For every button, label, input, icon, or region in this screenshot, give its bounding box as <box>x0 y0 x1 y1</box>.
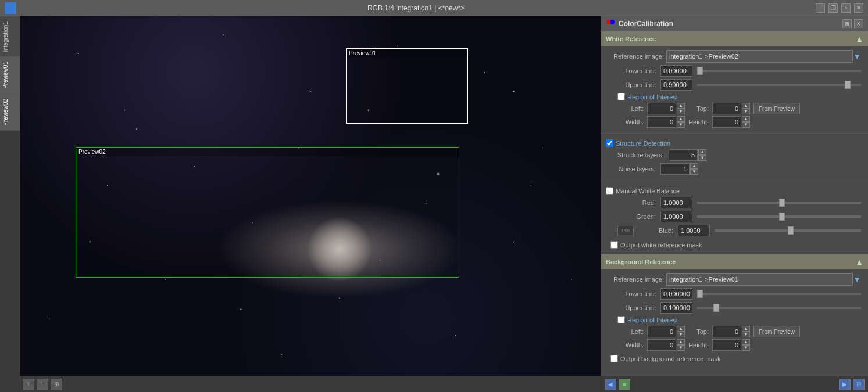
br-height-input[interactable] <box>712 339 741 351</box>
br-left-up[interactable]: ▲ <box>677 326 685 332</box>
wr-roi-checkbox[interactable] <box>617 93 625 100</box>
fit-button[interactable]: ⊞ <box>51 379 62 390</box>
wr-width-input[interactable] <box>647 116 676 128</box>
wr-roi-row: Region of Interest <box>606 93 863 100</box>
wr-width-up[interactable]: ▲ <box>677 116 685 122</box>
wr-left-up[interactable]: ▲ <box>677 103 685 109</box>
sd-noise-down[interactable]: ▼ <box>690 169 698 175</box>
mwb-green-slider[interactable] <box>697 215 861 218</box>
br-width-input[interactable] <box>647 339 676 351</box>
wr-top-input[interactable] <box>712 103 741 114</box>
br-width-spinner[interactable]: ▲ ▼ <box>647 339 685 351</box>
wr-left-input[interactable] <box>647 103 676 114</box>
background-reference-header[interactable]: Background Reference ▲ <box>601 254 868 269</box>
close-button[interactable]: ✕ <box>854 3 863 13</box>
background-reference-collapse[interactable]: ▲ <box>855 257 863 267</box>
br-output-mask-checkbox[interactable] <box>610 355 618 362</box>
wr-left-label: Left: <box>623 105 644 112</box>
sd-layers-down[interactable]: ▼ <box>698 155 706 161</box>
mwb-blue-slider[interactable] <box>715 229 861 232</box>
br-ref-img-dropdown[interactable]: ▼ <box>853 275 861 284</box>
mwb-red-slider[interactable] <box>697 202 861 204</box>
cc-bottom-right: ▶ ⊞ <box>839 379 865 390</box>
wr-upper-limit-slider[interactable] <box>697 84 861 86</box>
sidebar-tab-integration1[interactable]: integration1 <box>0 16 20 56</box>
br-upper-limit-slider[interactable] <box>697 307 861 309</box>
br-lower-limit-slider[interactable] <box>697 293 861 295</box>
wr-top-spinner[interactable]: ▲ ▼ <box>712 103 750 114</box>
color-calibration-panel: ColorCalibration ⊠ ✕ White Reference ▲ R… <box>601 16 868 392</box>
sd-layers-up[interactable]: ▲ <box>698 149 706 155</box>
br-roi-label[interactable]: Region of Interest <box>627 317 678 323</box>
image-viewer[interactable]: Preview01 Preview02 + − ⊞ <box>20 16 601 392</box>
preview02-box[interactable]: Preview02 <box>76 147 459 278</box>
background-reference-title: Background Reference <box>606 258 676 265</box>
cc-detach-button[interactable]: ⊠ <box>842 19 852 28</box>
mwb-blue-input[interactable] <box>678 225 710 236</box>
wr-top-down[interactable]: ▼ <box>742 109 750 114</box>
wr-height-spinner[interactable]: ▲ ▼ <box>712 116 750 128</box>
br-from-preview-button[interactable]: From Preview <box>753 326 800 337</box>
preview01-box[interactable]: Preview01 <box>346 48 468 124</box>
mwb-label[interactable]: Manual White Balance <box>616 188 680 195</box>
mwb-red-input[interactable] <box>660 197 692 208</box>
wr-width-down[interactable]: ▼ <box>677 122 685 128</box>
cc-bottom-left: ◀ ■ <box>605 379 630 390</box>
br-height-spinner[interactable]: ▲ ▼ <box>712 339 750 351</box>
cc-close-button[interactable]: ✕ <box>854 19 863 28</box>
br-top-spinner[interactable]: ▲ ▼ <box>712 326 750 337</box>
wr-roi-label[interactable]: Region of Interest <box>627 93 678 100</box>
wr-output-mask-checkbox[interactable] <box>610 241 618 249</box>
cc-bottom-right-btn2[interactable]: ⊞ <box>853 379 865 390</box>
sd-layers-spinner[interactable]: ▲ ▼ <box>669 149 706 161</box>
cc-bottom-left-btn1[interactable]: ◀ <box>605 379 616 390</box>
zoom-out-button[interactable]: − <box>37 379 48 390</box>
br-top-up[interactable]: ▲ <box>742 326 750 332</box>
mwb-checkbox[interactable] <box>606 187 613 195</box>
sd-layers-input[interactable] <box>669 149 698 161</box>
white-reference-header[interactable]: White Reference ▲ <box>601 31 868 46</box>
br-lower-limit-input[interactable] <box>660 288 692 300</box>
maximize-button[interactable]: + <box>841 3 851 13</box>
wr-upper-limit-input[interactable] <box>660 79 692 91</box>
wr-width-spinner[interactable]: ▲ ▼ <box>647 116 685 128</box>
br-width-down[interactable]: ▼ <box>677 345 685 351</box>
sd-checkbox[interactable] <box>606 139 613 147</box>
sd-label[interactable]: Structure Detection <box>616 140 670 147</box>
wr-height-down[interactable]: ▼ <box>742 122 750 128</box>
wr-top-up[interactable]: ▲ <box>742 103 750 109</box>
wr-lower-limit-input[interactable] <box>660 65 692 77</box>
sd-noise-up[interactable]: ▲ <box>690 163 698 169</box>
cc-bottom-right-btn1[interactable]: ▶ <box>839 379 851 390</box>
sidebar-tab-preview02[interactable]: Preview02 <box>0 93 20 131</box>
zoom-in-button[interactable]: + <box>23 379 34 390</box>
wr-lower-limit-slider[interactable] <box>697 70 861 72</box>
br-left-spinner[interactable]: ▲ ▼ <box>647 326 685 337</box>
white-reference-collapse[interactable]: ▲ <box>855 34 863 44</box>
br-width-up[interactable]: ▲ <box>677 339 685 345</box>
wr-height-input[interactable] <box>712 116 741 128</box>
wr-ref-img-dropdown[interactable]: ▼ <box>853 52 861 61</box>
wr-left-spinner[interactable]: ▲ ▼ <box>647 103 685 114</box>
sd-noise-spinner[interactable]: ▲ ▼ <box>660 163 698 175</box>
br-left-input[interactable] <box>647 326 676 337</box>
sd-noise-input[interactable] <box>660 163 690 175</box>
br-ref-img-input[interactable] <box>666 273 853 286</box>
cc-bottom-left-btn2[interactable]: ■ <box>619 379 630 390</box>
br-left-down[interactable]: ▼ <box>677 332 685 337</box>
br-top-input[interactable] <box>712 326 741 337</box>
wr-height-up[interactable]: ▲ <box>742 116 750 122</box>
br-top-down[interactable]: ▼ <box>742 332 750 337</box>
wr-left-down[interactable]: ▼ <box>677 109 685 114</box>
br-height-up[interactable]: ▲ <box>742 339 750 345</box>
br-upper-limit-input[interactable] <box>660 302 692 314</box>
restore-button[interactable]: ❐ <box>828 3 838 13</box>
wr-ref-img-input[interactable] <box>666 50 853 63</box>
sidebar-tab-preview01[interactable]: Preview01 <box>0 56 20 93</box>
minimize-button[interactable]: − <box>816 3 825 13</box>
mwb-green-input[interactable] <box>660 211 692 222</box>
wr-from-preview-button[interactable]: From Preview <box>753 103 800 114</box>
window-controls: − ❐ + ✕ <box>816 3 863 13</box>
br-height-down[interactable]: ▼ <box>742 345 750 351</box>
br-roi-checkbox[interactable] <box>617 316 625 323</box>
